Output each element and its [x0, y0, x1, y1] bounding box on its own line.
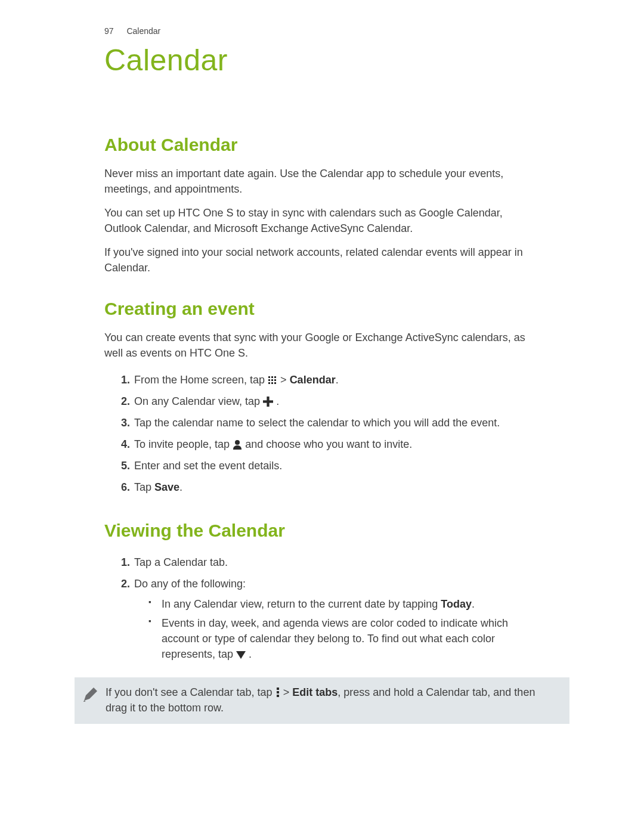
creating-step-2: On any Calendar view, tap . — [133, 391, 540, 412]
bullet-text: . — [249, 648, 252, 660]
dropdown-triangle-icon — [236, 648, 249, 660]
step-text: On any Calendar view, tap — [134, 395, 263, 407]
person-icon — [233, 438, 245, 450]
svg-rect-1 — [271, 376, 273, 378]
svg-marker-14 — [83, 701, 86, 702]
svg-rect-3 — [268, 379, 270, 381]
more-vertical-icon — [275, 686, 283, 698]
creating-step-4: To invite people, tap and choose who you… — [133, 433, 540, 455]
svg-rect-17 — [277, 695, 279, 697]
section-heading-creating: Creating an event — [104, 299, 540, 319]
page-header: 97 Calendar — [104, 26, 540, 36]
note-part: If you don't see a Calendar tab, tap — [106, 686, 275, 698]
step-text: Do any of the following: — [134, 578, 246, 590]
viewing-steps: Tap a Calendar tab. Do any of the follow… — [104, 552, 540, 667]
bullet-text: . — [472, 598, 475, 610]
svg-rect-0 — [268, 376, 270, 378]
note-box: If you don't see a Calendar tab, tap > E… — [75, 677, 569, 724]
page-title: Calendar — [104, 43, 540, 78]
creating-steps: From the Home screen, tap > Calendar. On… — [104, 369, 540, 498]
section-heading-about: About Calendar — [104, 135, 540, 155]
plus-icon — [263, 395, 276, 407]
viewing-sublist: In any Calendar view, return to the curr… — [134, 594, 540, 664]
svg-rect-15 — [277, 688, 279, 690]
step-bold: Save — [154, 481, 179, 493]
svg-rect-6 — [268, 382, 270, 384]
svg-rect-4 — [271, 379, 273, 381]
step-text: To invite people, tap — [134, 438, 233, 450]
step-text: . — [179, 481, 182, 493]
creating-step-3: Tap the calendar name to select the cale… — [133, 412, 540, 433]
svg-rect-7 — [271, 382, 273, 384]
apps-grid-icon — [268, 374, 280, 386]
svg-rect-8 — [274, 382, 276, 384]
creating-step-5: Enter and set the event details. — [133, 455, 540, 476]
page-header-section: Calendar — [126, 26, 160, 36]
about-para-2: You can set up HTC One S to stay in sync… — [104, 205, 540, 236]
note-text: If you don't see a Calendar tab, tap > E… — [106, 685, 554, 716]
svg-rect-2 — [274, 376, 276, 378]
step-text: From the Home screen, tap — [134, 374, 268, 386]
section-heading-viewing: Viewing the Calendar — [104, 521, 540, 541]
creating-step-1: From the Home screen, tap > Calendar. — [133, 369, 540, 391]
viewing-step-1: Tap a Calendar tab. — [133, 552, 540, 573]
step-text: > — [280, 374, 290, 386]
about-para-1: Never miss an important date again. Use … — [104, 166, 540, 197]
bullet-text: Events in day, week, and agenda views ar… — [162, 617, 508, 660]
viewing-bullet-2: Events in day, week, and agenda views ar… — [162, 614, 540, 664]
svg-point-11 — [235, 440, 240, 445]
step-text: Tap — [134, 481, 154, 493]
step-text: . — [336, 374, 339, 386]
viewing-step-2: Do any of the following: In any Calendar… — [133, 573, 540, 666]
svg-marker-12 — [236, 651, 246, 659]
about-para-3: If you've signed into your social networ… — [104, 244, 540, 275]
note-part: > — [283, 686, 293, 698]
note-bold: Edit tabs — [292, 686, 338, 698]
viewing-bullet-1: In any Calendar view, return to the curr… — [162, 594, 540, 614]
document-page: 97 Calendar Calendar About Calendar Neve… — [0, 0, 644, 833]
step-text: . — [276, 395, 279, 407]
step-bold: Calendar — [290, 374, 336, 386]
svg-rect-5 — [274, 379, 276, 381]
step-text: and choose who you want to invite. — [245, 438, 412, 450]
svg-marker-13 — [84, 688, 97, 701]
creating-step-6: Tap Save. — [133, 476, 540, 498]
svg-rect-16 — [277, 691, 279, 693]
svg-rect-10 — [263, 400, 273, 402]
page-number: 97 — [104, 26, 114, 36]
bullet-bold: Today — [441, 598, 472, 610]
bullet-text: In any Calendar view, return to the curr… — [162, 598, 441, 610]
pencil-icon — [82, 686, 102, 707]
creating-intro: You can create events that sync with you… — [104, 330, 540, 361]
